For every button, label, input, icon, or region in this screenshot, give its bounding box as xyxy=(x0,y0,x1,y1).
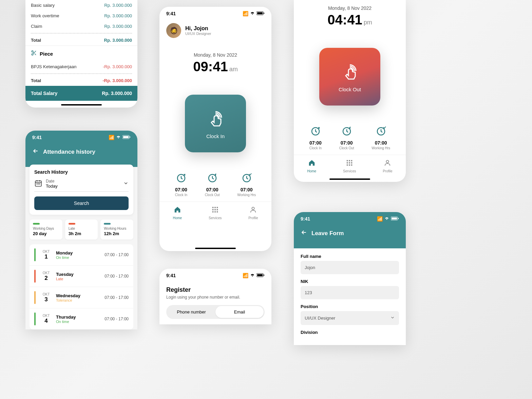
search-button[interactable]: Search xyxy=(34,196,129,210)
svg-rect-41 xyxy=(264,274,264,276)
summary-clock-in: 07:00Clock In xyxy=(175,173,187,197)
nav-services[interactable]: Services xyxy=(343,159,356,173)
wifi-icon xyxy=(116,135,121,140)
signal-icon: 📶 xyxy=(109,135,114,140)
nav-profile[interactable]: Profile xyxy=(383,159,392,173)
signal-icon: 📶 xyxy=(377,216,383,222)
stat-card-late: Late3h 2m xyxy=(65,220,98,240)
svg-point-38 xyxy=(386,160,389,163)
svg-rect-21 xyxy=(217,207,218,208)
home-icon xyxy=(308,159,316,167)
summary-working-hrs: 07:00Working Hrs xyxy=(237,173,256,197)
grid-icon xyxy=(346,159,353,167)
clock-in-button[interactable]: Clock In xyxy=(185,95,246,152)
svg-rect-35 xyxy=(347,165,348,166)
home-clockout-screen: Monday, 8 Nov 2022 04:41pm Clock Out 07:… xyxy=(294,0,406,182)
fullname-input[interactable] xyxy=(301,261,399,274)
salary-row: ClaimRp. 3.000.000 xyxy=(25,21,137,32)
nav-services[interactable]: Services xyxy=(209,206,222,220)
svg-rect-34 xyxy=(351,162,353,164)
home-clockin-screen: 9:41 📶 🧔 Hi, JojonUI/UX Designer Monday,… xyxy=(159,7,271,251)
piece-row: BPJS Ketenagakerjaan-Rp. 3.000.000 xyxy=(25,61,137,72)
working-hrs-icon xyxy=(376,126,386,137)
svg-rect-36 xyxy=(349,165,350,166)
home-indicator xyxy=(329,178,370,180)
profile-icon xyxy=(384,159,391,167)
status-bar: 9:41 📶 xyxy=(25,131,137,143)
attendance-item[interactable]: OKT4ThursdayOn time07:00 - 17:00 xyxy=(30,308,133,329)
calendar-icon xyxy=(34,179,42,189)
battery-icon xyxy=(391,216,399,222)
svg-rect-33 xyxy=(349,162,350,164)
status-bar: 9:41 📶 xyxy=(159,269,271,281)
chevron-down-icon xyxy=(390,315,395,321)
summary-clock-out: 07:00Clock Out xyxy=(339,126,354,150)
field-fullname: Full name xyxy=(301,254,399,274)
home-indicator xyxy=(61,104,102,106)
battery-icon xyxy=(256,11,265,16)
stat-card-working-days: Working Days20 day xyxy=(30,220,62,240)
field-nik: NIK xyxy=(301,279,399,299)
clock-in-icon xyxy=(176,173,187,184)
page-title: Leave Form xyxy=(294,224,406,242)
search-card: Search History DateToday Search xyxy=(30,165,133,215)
svg-point-1 xyxy=(32,51,33,52)
svg-rect-18 xyxy=(264,13,264,14)
svg-rect-44 xyxy=(398,218,399,219)
svg-rect-43 xyxy=(392,217,397,220)
tab-email[interactable]: Email xyxy=(215,306,264,318)
register-screen: 9:41 📶 Register Login using your phone n… xyxy=(159,269,271,324)
nik-input[interactable] xyxy=(301,286,399,299)
svg-rect-37 xyxy=(351,165,353,166)
scissors-icon xyxy=(31,50,37,57)
svg-point-13 xyxy=(37,184,37,184)
touch-icon xyxy=(340,61,360,82)
home-indicator xyxy=(195,248,236,249)
svg-rect-40 xyxy=(257,274,263,276)
back-icon[interactable] xyxy=(32,148,39,156)
signal-icon: 📶 xyxy=(243,273,248,278)
clock-out-icon xyxy=(341,126,352,137)
back-icon[interactable] xyxy=(301,229,307,238)
signal-icon: 📶 xyxy=(243,11,248,16)
svg-rect-26 xyxy=(214,211,216,213)
salary-total-row: TotalRp. 3.000.000 xyxy=(25,35,137,45)
svg-rect-22 xyxy=(212,209,214,210)
nav-home[interactable]: Home xyxy=(307,159,316,173)
svg-rect-30 xyxy=(349,160,350,162)
position-select[interactable]: UI/UX Designer xyxy=(301,311,399,325)
working-hrs-icon xyxy=(241,173,252,184)
svg-rect-23 xyxy=(214,209,216,210)
grid-icon xyxy=(211,206,219,213)
svg-rect-27 xyxy=(217,211,218,213)
stats-row: Working Days20 day Late3h 2m Working Hou… xyxy=(30,220,133,240)
attendance-item[interactable]: OKT1MondayOn time07:00 - 17:00 xyxy=(30,244,133,266)
svg-rect-19 xyxy=(212,207,214,208)
status-bar: 9:41 📶 xyxy=(159,7,271,19)
attendance-list: OKT1MondayOn time07:00 - 17:00 OKT2Tuesd… xyxy=(30,244,133,329)
piece-total-row: Total-Rp. 3.000.000 xyxy=(25,75,137,86)
nav-profile[interactable]: Profile xyxy=(248,206,258,220)
date-picker[interactable]: DateToday xyxy=(34,179,129,192)
time-display: 09:41am xyxy=(159,59,271,74)
grand-total-bar: Total SalaryRp. 3.000.000 xyxy=(25,86,137,101)
avatar[interactable]: 🧔 xyxy=(166,23,181,38)
attendance-item[interactable]: OKT3WednesdayTolerance07:00 - 17:00 xyxy=(30,287,133,308)
bottom-nav: Home Services Profile xyxy=(294,155,406,182)
tab-phone[interactable]: Phone number xyxy=(167,306,215,318)
battery-icon xyxy=(256,273,265,278)
home-icon xyxy=(174,206,181,213)
register-subtitle: Login using your phone number or email. xyxy=(166,295,265,300)
svg-rect-17 xyxy=(257,12,263,14)
summary-clock-out: 07:00Clock Out xyxy=(205,173,220,197)
nav-home[interactable]: Home xyxy=(173,206,182,220)
stat-card-working-hours: Working Hours12h 2m xyxy=(100,220,133,240)
clock-out-button[interactable]: Clock Out xyxy=(319,48,380,106)
svg-rect-7 xyxy=(123,136,129,138)
greeting-header: 🧔 Hi, JojonUI/UX Designer xyxy=(159,19,271,42)
svg-rect-31 xyxy=(351,160,353,162)
salary-row: Basic salaryRp. 3.000.000 xyxy=(25,0,137,11)
search-history-title: Search History xyxy=(34,169,129,175)
attendance-item[interactable]: OKT2TuesdayLate07:00 - 17:00 xyxy=(30,266,133,287)
date-display: Monday, 8 Nov 2022 xyxy=(294,5,406,11)
